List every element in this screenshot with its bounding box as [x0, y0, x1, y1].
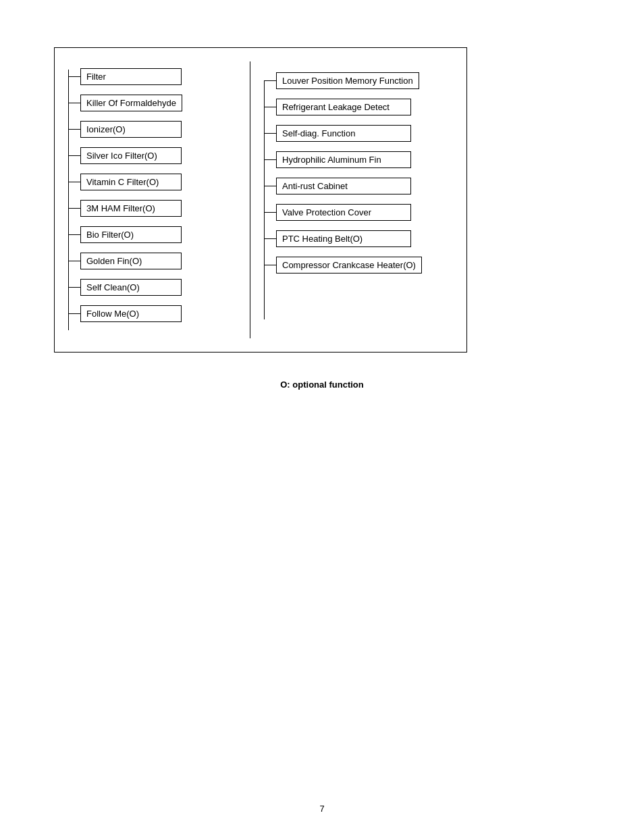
- main-content: FilterKiller Of FormaldehydeIonizer(O)Si…: [54, 47, 590, 353]
- left-list-item: Vitamin C Filter(O): [68, 174, 243, 190]
- feature-label-box: Killer Of Formaldehyde: [80, 95, 182, 111]
- right-items-container: Louver Position Memory FunctionRefrigera…: [250, 61, 466, 294]
- outer-border: FilterKiller Of FormaldehydeIonizer(O)Si…: [54, 47, 467, 353]
- feature-label-box: Refrigerant Leakage Detect: [276, 99, 411, 115]
- feature-label-box: Compressor Crankcase Heater(O): [276, 257, 422, 273]
- right-list-item: Compressor Crankcase Heater(O): [264, 257, 460, 273]
- feature-label-box: Vitamin C Filter(O): [80, 174, 182, 190]
- page-container: FilterKiller Of FormaldehydeIonizer(O)Si…: [0, 0, 644, 834]
- feature-label-box: Silver Ico Filter(O): [80, 147, 182, 164]
- footer-note: O: optional function: [54, 380, 590, 390]
- feature-label-box: Ionizer(O): [80, 121, 182, 138]
- left-list-item: Golden Fin(O): [68, 253, 243, 269]
- branch-line: [264, 107, 276, 107]
- feature-label-box: Filter: [80, 68, 182, 85]
- left-items-container: FilterKiller Of FormaldehydeIonizer(O)Si…: [55, 61, 250, 338]
- right-list-item: PTC Heating Belt(O): [264, 230, 460, 247]
- branch-line: [68, 261, 80, 261]
- left-vertical-line: [68, 70, 69, 330]
- branch-line: [68, 208, 80, 209]
- left-list-item: Bio Filter(O): [68, 226, 243, 243]
- feature-label-box: Self Clean(O): [80, 279, 182, 296]
- branch-line: [68, 129, 80, 130]
- left-list-item: Ionizer(O): [68, 121, 243, 138]
- feature-label-box: Follow Me(O): [80, 305, 182, 322]
- left-list-item: 3M HAM Filter(O): [68, 200, 243, 217]
- branch-line: [68, 155, 80, 156]
- feature-label-box: Louver Position Memory Function: [276, 72, 419, 89]
- branch-line: [264, 80, 276, 81]
- branch-line: [264, 238, 276, 239]
- page-number: 7: [319, 804, 324, 814]
- feature-label-box: Bio Filter(O): [80, 226, 182, 243]
- right-list-item: Anti-rust Cabinet: [264, 178, 460, 194]
- right-section: Louver Position Memory FunctionRefrigera…: [250, 61, 466, 338]
- left-list-item: Killer Of Formaldehyde: [68, 95, 243, 111]
- left-list-item: Silver Ico Filter(O): [68, 147, 243, 164]
- right-list-item: Valve Protection Cover: [264, 204, 460, 221]
- right-list-item: Louver Position Memory Function: [264, 72, 460, 89]
- left-list-item: Self Clean(O): [68, 279, 243, 296]
- branch-line: [264, 133, 276, 134]
- branch-line: [68, 103, 80, 103]
- feature-label-box: PTC Heating Belt(O): [276, 230, 411, 247]
- feature-label-box: Self-diag. Function: [276, 125, 411, 142]
- left-list-item: Filter: [68, 68, 243, 85]
- feature-label-box: Anti-rust Cabinet: [276, 178, 411, 194]
- right-list-item: Self-diag. Function: [264, 125, 460, 142]
- branch-line: [264, 212, 276, 213]
- branch-line: [68, 313, 80, 314]
- branch-line: [264, 159, 276, 160]
- left-list-item: Follow Me(O): [68, 305, 243, 322]
- feature-label-box: Golden Fin(O): [80, 253, 182, 269]
- branch-line: [264, 186, 276, 186]
- right-vertical-line: [264, 80, 265, 319]
- branch-line: [68, 76, 80, 77]
- feature-label-box: Valve Protection Cover: [276, 204, 411, 221]
- branch-line: [68, 182, 80, 182]
- right-list-item: Refrigerant Leakage Detect: [264, 99, 460, 115]
- left-section: FilterKiller Of FormaldehydeIonizer(O)Si…: [55, 61, 250, 338]
- feature-label-box: Hydrophilic Aluminum Fin: [276, 151, 411, 168]
- right-list-item: Hydrophilic Aluminum Fin: [264, 151, 460, 168]
- branch-line: [68, 234, 80, 235]
- branch-line: [264, 265, 276, 265]
- branch-line: [68, 287, 80, 288]
- feature-label-box: 3M HAM Filter(O): [80, 200, 182, 217]
